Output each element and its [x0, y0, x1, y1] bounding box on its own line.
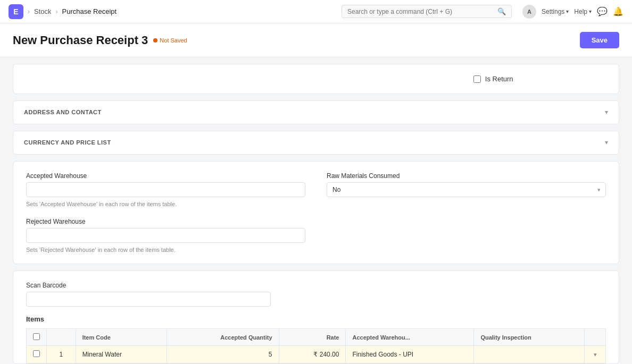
address-contact-title: ADDRESS AND CONTACT: [24, 109, 102, 115]
row-1-number: 1: [47, 346, 76, 363]
scan-barcode-input[interactable]: [26, 292, 271, 307]
is-return-checkbox[interactable]: [473, 75, 481, 83]
save-button[interactable]: Save: [580, 32, 619, 48]
col-header-checkbox: [27, 329, 47, 346]
accepted-warehouse-group: Accepted Warehouse Sets 'Accepted Wareho…: [26, 172, 305, 207]
items-table-label: Items: [26, 315, 606, 323]
rejected-warehouse-hint: Sets 'Rejected Warehouse' in each row of…: [26, 247, 305, 253]
chat-icon[interactable]: 💬: [597, 6, 608, 16]
scan-barcode-group: Scan Barcode: [26, 282, 606, 307]
col-header-item-code: Item Code: [76, 329, 167, 346]
accepted-warehouse-field: Accepted Warehouse Sets 'Accepted Wareho…: [26, 172, 305, 207]
is-return-section: Is Return: [13, 64, 619, 94]
empty-col: [327, 218, 606, 253]
items-section: Scan Barcode Items Item Code Accepted Qu…: [13, 270, 619, 364]
select-all-checkbox[interactable]: [33, 333, 40, 340]
address-contact-header[interactable]: ADDRESS AND CONTACT ▾: [13, 101, 619, 124]
row-1-item-code[interactable]: Mineral Water: [76, 346, 167, 363]
items-table: Item Code Accepted Quantity Rate Accepte…: [26, 328, 606, 363]
settings-button[interactable]: Settings ▾: [542, 8, 569, 15]
is-return-label: Is Return: [485, 75, 513, 83]
row-1-actions[interactable]: ▾: [585, 346, 606, 363]
not-saved-dot: [153, 38, 157, 43]
row-1-accepted-qty: 5: [167, 346, 279, 363]
bell-icon[interactable]: 🔔: [613, 6, 623, 16]
search-icon: 🔍: [497, 7, 506, 15]
raw-materials-select[interactable]: No Yes: [327, 182, 606, 197]
breadcrumb-stock[interactable]: Stock: [34, 7, 52, 15]
rejected-warehouse-input[interactable]: [26, 228, 305, 243]
rejected-warehouse-field: Rejected Warehouse Sets 'Rejected Wareho…: [26, 218, 305, 253]
address-contact-section: ADDRESS AND CONTACT ▾: [13, 100, 619, 124]
search-bar[interactable]: 🔍: [342, 5, 512, 18]
topbar: E › Stock › Purchase Receipt 🔍 A Setting…: [0, 0, 632, 23]
accepted-warehouse-input[interactable]: [26, 182, 305, 197]
accepted-warehouse-label: Accepted Warehouse: [26, 172, 305, 180]
currency-price-section: CURRENCY AND PRICE LIST ▾: [13, 131, 619, 155]
raw-materials-field: Raw Materials Consumed No Yes ▾: [327, 172, 606, 197]
not-saved-badge: Not Saved: [153, 37, 187, 44]
raw-materials-select-wrapper: No Yes ▾: [327, 182, 606, 197]
is-return-field: Is Return: [473, 75, 513, 83]
main-content: Is Return ADDRESS AND CONTACT ▾ CURRENCY…: [0, 64, 632, 364]
table-row: 1 Mineral Water 5 ₹ 240.00 Finished Good…: [27, 346, 606, 363]
table-header-row: Item Code Accepted Quantity Rate Accepte…: [27, 329, 606, 346]
help-button[interactable]: Help ▾: [574, 8, 592, 15]
raw-materials-label: Raw Materials Consumed: [327, 172, 606, 180]
row-1-rate: ₹ 240.00: [279, 346, 346, 363]
currency-price-title: CURRENCY AND PRICE LIST: [24, 139, 111, 146]
currency-price-chevron: ▾: [605, 139, 608, 146]
app-logo: E: [9, 4, 23, 19]
page-title: New Purchase Receipt 3 Not Saved: [13, 33, 187, 47]
row-1-checkbox[interactable]: [33, 350, 40, 357]
col-header-actions: [585, 329, 606, 346]
warehouse-section: Accepted Warehouse Sets 'Accepted Wareho…: [13, 161, 619, 264]
row-dropdown-icon: ▾: [594, 351, 597, 358]
accepted-warehouse-hint: Sets 'Accepted Warehouse' in each row of…: [26, 201, 305, 207]
col-header-no: [47, 329, 76, 346]
breadcrumb-chevron-2: ›: [56, 8, 58, 15]
rejected-warehouse-label: Rejected Warehouse: [26, 218, 305, 225]
topbar-right: A Settings ▾ Help ▾ 💬 🔔: [522, 5, 623, 19]
col-header-accepted-qty: Accepted Quantity: [167, 329, 279, 346]
search-input[interactable]: [347, 8, 494, 15]
row-1-warehouse: Finished Goods - UPI: [346, 346, 474, 363]
scan-barcode-label: Scan Barcode: [26, 282, 606, 289]
avatar: A: [522, 5, 536, 19]
currency-price-header[interactable]: CURRENCY AND PRICE LIST ▾: [13, 131, 619, 154]
col-header-quality-inspection: Quality Inspection: [474, 329, 585, 346]
rejected-warehouse-group: Rejected Warehouse Sets 'Rejected Wareho…: [26, 218, 305, 253]
col-header-rate: Rate: [279, 329, 346, 346]
row-1-quality: [474, 346, 585, 363]
warehouse-grid: Accepted Warehouse Sets 'Accepted Wareho…: [26, 172, 606, 253]
address-contact-chevron: ▾: [605, 108, 608, 116]
raw-materials-group: Raw Materials Consumed No Yes ▾: [327, 172, 606, 207]
breadcrumb-chevron-1: ›: [28, 8, 30, 15]
col-header-accepted-warehouse: Accepted Warehou...: [346, 329, 474, 346]
row-checkbox-cell: [27, 346, 47, 363]
breadcrumb-purchase-receipt[interactable]: Purchase Receipt: [62, 7, 117, 15]
page-header: New Purchase Receipt 3 Not Saved Save: [0, 23, 632, 57]
